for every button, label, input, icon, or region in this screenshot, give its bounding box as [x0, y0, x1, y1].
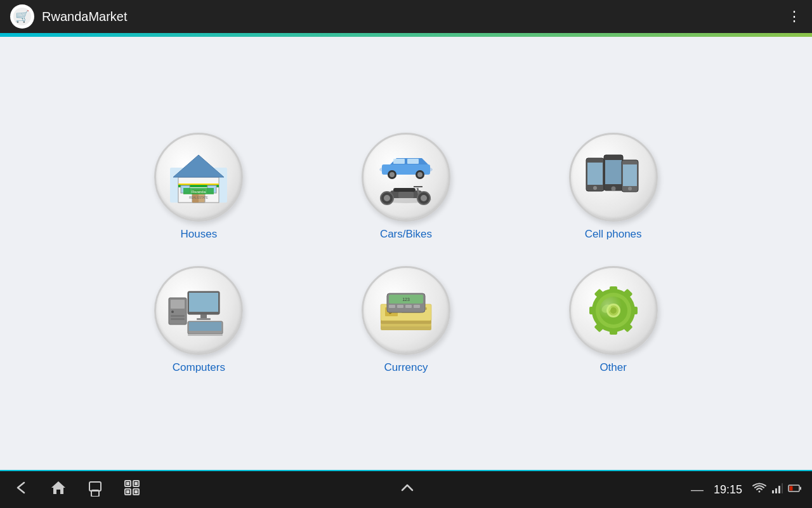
svg-rect-50	[200, 314, 207, 318]
wifi-icon	[752, 483, 766, 497]
dash-separator: —	[691, 483, 704, 497]
category-item-currency[interactable]: $ 123 Currency	[328, 266, 485, 374]
svg-rect-54	[188, 334, 223, 336]
svg-rect-35	[587, 163, 603, 185]
category-circle-other	[569, 266, 658, 355]
svg-text:123: 123	[402, 297, 410, 302]
category-label-cars-bikes: Cars/Bikes	[380, 228, 432, 241]
app-title: RwandaMarket	[42, 10, 787, 24]
svg-point-45	[171, 311, 174, 313]
svg-point-23	[417, 172, 422, 177]
svg-rect-100	[778, 486, 780, 493]
svg-rect-26	[393, 188, 416, 192]
svg-rect-103	[790, 486, 793, 491]
svg-rect-7	[178, 184, 219, 185]
svg-marker-87	[51, 481, 65, 494]
main-content: Rwanda REAL ESTATE Houses	[0, 37, 812, 470]
category-item-other[interactable]: Other	[535, 266, 691, 374]
svg-point-42	[628, 187, 632, 190]
nav-right: — 19:15	[539, 483, 812, 497]
svg-rect-66	[397, 305, 403, 308]
svg-rect-104	[800, 487, 801, 490]
svg-rect-99	[775, 488, 777, 493]
svg-rect-98	[772, 490, 774, 493]
nav-left	[0, 479, 276, 500]
svg-point-33	[421, 195, 427, 201]
svg-marker-5	[173, 155, 224, 177]
svg-rect-101	[782, 483, 783, 493]
category-item-cell-phones[interactable]: Cell phones	[535, 133, 691, 241]
svg-point-39	[611, 187, 615, 191]
nav-center	[276, 479, 539, 500]
svg-rect-47	[171, 318, 185, 320]
svg-rect-96	[126, 490, 129, 493]
home-button[interactable]	[49, 479, 67, 500]
category-label-other: Other	[599, 361, 627, 374]
category-item-houses[interactable]: Rwanda REAL ESTATE Houses	[121, 133, 277, 241]
back-button[interactable]	[13, 479, 30, 500]
category-label-computers: Computers	[173, 361, 225, 374]
up-button[interactable]	[398, 479, 416, 500]
qr-button[interactable]	[123, 479, 141, 500]
svg-rect-68	[414, 305, 420, 308]
svg-point-21	[390, 172, 395, 177]
svg-text:REAL ESTATE: REAL ESTATE	[189, 196, 208, 199]
category-circle-cars-bikes	[362, 133, 450, 222]
battery-icon	[788, 484, 802, 495]
top-bar: 🛒 RwandaMarket ⋮	[0, 0, 812, 33]
bottom-bar: — 19:15	[0, 470, 812, 508]
svg-rect-67	[405, 305, 412, 308]
svg-rect-27	[398, 192, 414, 198]
svg-rect-38	[605, 160, 622, 184]
svg-rect-88	[89, 482, 101, 491]
svg-rect-19	[407, 159, 419, 164]
app-logo: 🛒	[10, 4, 34, 29]
svg-rect-53	[189, 322, 221, 331]
svg-point-36	[593, 186, 597, 190]
svg-rect-41	[623, 164, 637, 186]
svg-rect-49	[189, 293, 218, 312]
recents-button[interactable]	[86, 479, 104, 500]
menu-icon[interactable]: ⋮	[787, 8, 802, 25]
svg-rect-18	[393, 159, 405, 164]
svg-rect-51	[197, 318, 211, 320]
category-label-houses: Houses	[181, 228, 218, 241]
svg-point-31	[384, 195, 390, 201]
category-circle-currency: $ 123	[362, 266, 450, 355]
category-item-cars-bikes[interactable]: Cars/Bikes	[328, 133, 485, 241]
svg-text:🛒: 🛒	[15, 10, 30, 23]
svg-rect-95	[134, 482, 138, 485]
categories-grid: Rwanda REAL ESTATE Houses	[121, 133, 691, 374]
category-circle-cell-phones	[569, 133, 658, 222]
time-display: 19:15	[714, 483, 742, 497]
category-label-currency: Currency	[384, 361, 428, 374]
svg-rect-94	[126, 482, 129, 485]
category-circle-houses: Rwanda REAL ESTATE	[154, 133, 243, 222]
svg-rect-65	[389, 305, 395, 308]
category-label-cell-phones: Cell phones	[585, 228, 642, 241]
signal-icon	[771, 483, 783, 497]
svg-text:Rwanda: Rwanda	[192, 190, 206, 194]
svg-rect-46	[171, 315, 185, 317]
svg-rect-44	[171, 300, 185, 309]
category-circle-computers	[154, 266, 243, 355]
svg-rect-97	[134, 490, 138, 493]
category-item-computers[interactable]: Computers	[121, 266, 277, 374]
